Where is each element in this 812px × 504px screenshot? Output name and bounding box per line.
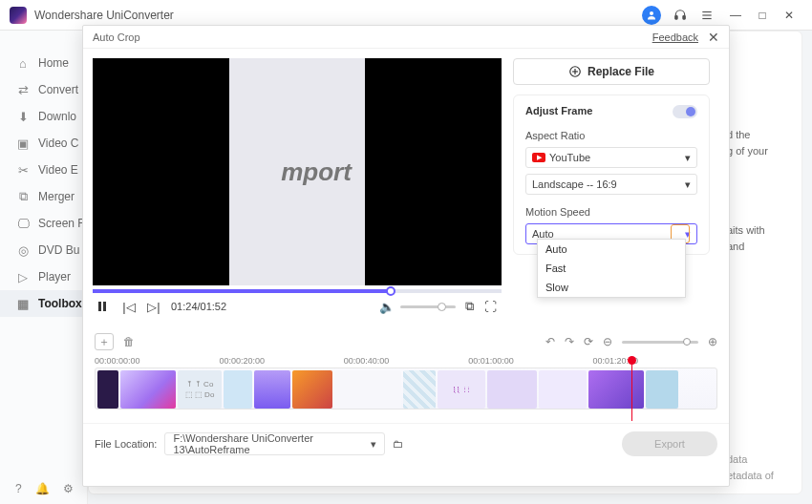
- clip[interactable]: [254, 370, 290, 409]
- motion-option-slow[interactable]: Slow: [538, 278, 685, 297]
- help-icon[interactable]: ?: [15, 482, 22, 495]
- merge-icon: ⧉: [15, 189, 31, 204]
- zoom-in-button[interactable]: ⊕: [708, 335, 717, 348]
- bell-icon[interactable]: 🔔: [35, 482, 50, 495]
- scissors-icon: ✂: [15, 162, 31, 178]
- sidebar-item-label: Toolbox: [38, 297, 82, 310]
- clip[interactable]: [539, 370, 587, 409]
- maximize-button[interactable]: □: [754, 9, 771, 22]
- svg-rect-6: [98, 302, 101, 311]
- modal-title: Auto Crop: [93, 32, 140, 43]
- youtube-icon: ▶: [532, 153, 545, 162]
- clip[interactable]: [120, 370, 176, 409]
- platform-value: YouTube: [549, 152, 590, 163]
- toolbox-icon: ▦: [15, 296, 31, 311]
- export-button[interactable]: Export: [622, 431, 717, 456]
- sidebar-item-label: Convert: [38, 83, 78, 96]
- clip[interactable]: ⦚⦚ ⦙⦙: [438, 370, 485, 409]
- clip[interactable]: [646, 370, 678, 409]
- replace-file-label: Replace File: [588, 65, 654, 78]
- replace-file-button[interactable]: Replace File: [513, 58, 710, 85]
- sidebar-item-screen-recorder[interactable]: 🖵Screen R: [0, 210, 87, 237]
- volume-slider[interactable]: [400, 305, 456, 308]
- pause-button[interactable]: [96, 301, 112, 312]
- close-modal-button[interactable]: ✕: [708, 30, 719, 45]
- chevron-down-icon: ▾: [685, 178, 691, 191]
- sidebar-item-label: Home: [38, 56, 69, 70]
- motion-option-fast[interactable]: Fast: [538, 259, 685, 278]
- menu-icon[interactable]: [700, 9, 717, 22]
- platform-select[interactable]: ▶YouTube ▾: [525, 147, 697, 168]
- file-location-value: F:\Wondershare UniConverter 13\AutoRefra…: [173, 432, 371, 455]
- compare-icon[interactable]: ⧉: [461, 299, 477, 314]
- chevron-down-icon: ▾: [685, 152, 691, 164]
- add-clip-button[interactable]: ＋: [95, 333, 114, 350]
- clip[interactable]: [97, 370, 118, 409]
- refresh-button[interactable]: ⟳: [584, 335, 593, 348]
- close-app-button[interactable]: ✕: [780, 9, 798, 22]
- undo-button[interactable]: ↶: [545, 335, 555, 348]
- aspect-ratio-label: Aspect Ratio: [525, 130, 697, 141]
- auto-crop-modal: Auto Crop Feedback ✕ mport |◁ ▷| 01:24/0…: [82, 25, 730, 487]
- playhead[interactable]: [631, 356, 632, 421]
- clip[interactable]: [334, 370, 401, 409]
- convert-icon: ⇄: [15, 82, 31, 97]
- disc-icon: ◎: [15, 242, 31, 258]
- volume-icon[interactable]: 🔈: [379, 300, 395, 314]
- clip[interactable]: ⤒ ⤒ Co⬚ ⬚ Do: [178, 370, 222, 409]
- home-icon: ⌂: [15, 55, 31, 71]
- user-avatar[interactable]: [642, 6, 661, 25]
- headset-icon[interactable]: [673, 9, 691, 22]
- adjust-frame-toggle[interactable]: [673, 105, 697, 118]
- sidebar: ⌂Home ⇄Convert ⬇Downlo ▣Video C ✂Video E…: [0, 31, 88, 504]
- sidebar-item-dvd-burner[interactable]: ◎DVD Bu: [0, 237, 87, 263]
- delete-clip-button[interactable]: 🗑: [123, 335, 135, 348]
- sidebar-item-label: Downlo: [38, 110, 76, 123]
- prev-frame-button[interactable]: |◁: [121, 300, 137, 314]
- file-location-field[interactable]: F:\Wondershare UniConverter 13\AutoRefra…: [164, 432, 385, 455]
- modal-footer: File Location: F:\Wondershare UniConvert…: [83, 423, 729, 456]
- app-logo: [10, 7, 27, 24]
- sidebar-item-merger[interactable]: ⧉Merger: [0, 183, 87, 210]
- bg-text-1: d the g of your: [727, 127, 784, 158]
- ratio-select[interactable]: Landscape -- 16:9 ▾: [525, 174, 697, 195]
- tick: 00:00:00:00: [95, 356, 140, 366]
- motion-speed-label: Motion Speed: [525, 206, 697, 218]
- fullscreen-icon[interactable]: ⛶: [482, 300, 498, 314]
- clip[interactable]: [588, 370, 644, 409]
- sidebar-item-label: DVD Bu: [38, 243, 79, 257]
- clip[interactable]: [224, 370, 252, 409]
- chevron-down-icon: ▾: [371, 438, 376, 451]
- plus-circle-icon: [568, 65, 582, 78]
- sidebar-item-video-editor[interactable]: ✂Video E: [0, 157, 87, 183]
- clip[interactable]: [403, 370, 436, 409]
- browse-folder-button[interactable]: 🗀: [393, 438, 403, 450]
- settings-icon[interactable]: ⚙: [63, 482, 74, 495]
- redo-button[interactable]: ↷: [565, 335, 574, 348]
- bg-text-3: data etadata of: [727, 452, 784, 483]
- timeline-track[interactable]: ⤒ ⤒ Co⬚ ⬚ Do ⦚⦚ ⦙⦙: [95, 368, 717, 410]
- feedback-link[interactable]: Feedback: [652, 32, 698, 43]
- sidebar-item-label: Video C: [38, 136, 78, 150]
- playback-time: 01:24/01:52: [171, 301, 226, 312]
- ratio-value: Landscape -- 16:9: [532, 178, 617, 190]
- motion-option-auto[interactable]: Auto: [538, 240, 685, 259]
- sidebar-item-player[interactable]: ▷Player: [0, 263, 87, 290]
- video-preview[interactable]: mport: [93, 58, 502, 285]
- clip[interactable]: [292, 370, 332, 409]
- sidebar-item-toolbox[interactable]: ▦Toolbox: [0, 290, 87, 317]
- sidebar-item-downloader[interactable]: ⬇Downlo: [0, 103, 87, 130]
- sidebar-item-label: Player: [38, 270, 71, 284]
- sidebar-item-video-compressor[interactable]: ▣Video C: [0, 130, 87, 157]
- clip[interactable]: [487, 370, 537, 409]
- next-frame-button[interactable]: ▷|: [146, 300, 161, 314]
- zoom-slider[interactable]: [622, 341, 698, 344]
- player-icon: ▷: [15, 269, 31, 284]
- file-location-label: File Location:: [95, 438, 157, 450]
- tick: 00:00:40:00: [344, 356, 390, 366]
- minimize-button[interactable]: —: [727, 9, 744, 22]
- sidebar-item-converter[interactable]: ⇄Convert: [0, 76, 87, 103]
- zoom-out-button[interactable]: ⊖: [603, 335, 612, 348]
- playback-progress[interactable]: [93, 289, 502, 293]
- sidebar-item-home[interactable]: ⌂Home: [0, 50, 87, 76]
